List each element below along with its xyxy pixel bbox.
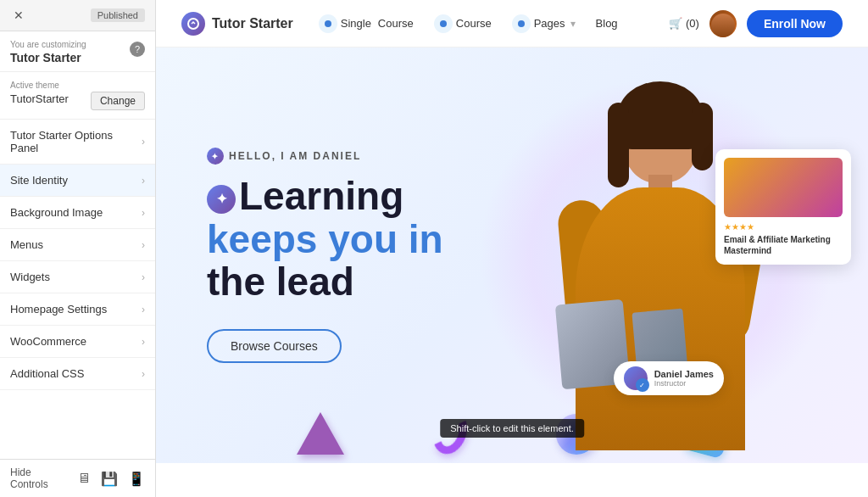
nav-link-pages[interactable]: Pages ▾ (512, 14, 576, 33)
change-theme-button[interactable]: Change (91, 92, 145, 110)
logo-text: Tutor Starter (212, 16, 293, 31)
menu-item-woocommerce[interactable]: WooCommerce › (0, 326, 155, 358)
hero-title: ✦Learning keeps you in the lead (207, 175, 443, 304)
active-theme-label: Active theme (10, 81, 145, 90)
nav-links: Single Course Course Pages ▾ Blog (319, 14, 670, 33)
instructor-title: Instructor (654, 379, 714, 388)
hero-title-icon: ✦ (207, 185, 236, 214)
course-card-title: Email & Affiliate Marketing Mastermind (724, 234, 843, 256)
single-course-icon (319, 14, 337, 33)
chevron-right-icon: › (142, 175, 145, 187)
hello-tag: ✦ HELLO, I AM DANIEL (207, 148, 443, 165)
customizing-label: You are customizing (10, 40, 86, 49)
enroll-now-button[interactable]: Enroll Now (747, 10, 843, 37)
menu-item-additional-css[interactable]: Additional CSS › (0, 358, 155, 390)
hero-section: ✦ HELLO, I AM DANIEL ✦Learning keeps you… (156, 47, 868, 463)
active-theme-name: TutorStarter (10, 92, 69, 105)
close-icon[interactable]: ✕ (10, 7, 27, 24)
menu-item-label: Additional CSS (10, 367, 84, 380)
logo-icon (181, 12, 205, 36)
menu-item-label: Widgets (10, 271, 50, 283)
menu-item-label: WooCommerce (10, 335, 86, 348)
preview-area: Tutor Starter Single Course Course (156, 0, 868, 497)
help-icon[interactable]: ? (130, 42, 145, 57)
hello-icon: ✦ (207, 148, 224, 165)
customizer-menu: Tutor Starter Options Panel › Site Ident… (0, 120, 155, 459)
site-navbar: Tutor Starter Single Course Course (156, 0, 868, 47)
customizing-info: You are customizing Tutor Starter ? (0, 31, 155, 72)
mobile-icon[interactable]: 📱 (128, 471, 145, 487)
course-card-image (724, 158, 843, 217)
menu-item-label: Site Identity (10, 174, 68, 187)
menu-item-homepage-settings[interactable]: Homepage Settings › (0, 293, 155, 326)
nav-link-blog[interactable]: Blog (596, 17, 618, 30)
hero-title-highlight: keeps you in (207, 217, 443, 261)
menu-item-label: Tutor Starter Options Panel (10, 129, 142, 154)
course-card: ★★★★ Email & Affiliate Marketing Masterm… (715, 149, 851, 265)
instructor-name: Daniel James (654, 369, 714, 379)
nav-link-course[interactable]: Course (434, 14, 492, 33)
site-logo: Tutor Starter (181, 12, 293, 36)
published-badge: Published (91, 8, 145, 22)
instructor-badge-icon: ✓ (636, 378, 649, 392)
panel-footer: Hide Controls 🖥 💾 📱 (0, 459, 155, 497)
active-theme-section: Active theme TutorStarter Change (0, 72, 155, 120)
chevron-right-icon: › (142, 336, 145, 348)
course-stars: ★★★★ (724, 222, 843, 232)
customizer-panel: ✕ Published You are customizing Tutor St… (0, 0, 156, 497)
desktop-icon[interactable]: 🖥 (77, 471, 91, 486)
menu-item-site-identity[interactable]: Site Identity › (0, 165, 155, 197)
panel-header: ✕ Published (0, 0, 155, 31)
course-icon (434, 14, 453, 33)
menu-item-label: Background Image (10, 206, 103, 219)
nav-link-single-course[interactable]: Single Course (319, 14, 414, 33)
menu-item-label: Menus (10, 238, 43, 251)
hide-controls-label[interactable]: Hide Controls (10, 466, 67, 490)
menu-item-label: Homepage Settings (10, 303, 107, 316)
pages-dropdown-icon: ▾ (570, 18, 576, 30)
chevron-right-icon: › (142, 271, 145, 283)
cart-icon[interactable]: 🛒 (0) (669, 17, 699, 30)
menu-item-background-image[interactable]: Background Image › (0, 197, 155, 229)
svg-point-2 (440, 20, 447, 27)
browse-courses-button[interactable]: Browse Courses (207, 329, 342, 363)
nav-actions: 🛒 (0) Enroll Now (669, 10, 843, 37)
svg-point-3 (518, 20, 525, 27)
hero-content: ✦ HELLO, I AM DANIEL ✦Learning keeps you… (156, 114, 494, 397)
menu-item-widgets[interactable]: Widgets › (0, 261, 155, 293)
menu-item-tutor-starter-options[interactable]: Tutor Starter Options Panel › (0, 120, 155, 165)
hello-text: HELLO, I AM DANIEL (229, 150, 361, 162)
chevron-right-icon: › (142, 239, 145, 251)
instructor-info: Daniel James Instructor (654, 369, 714, 388)
instructor-card: ✓ Daniel James Instructor (614, 361, 724, 395)
customizing-theme-name: Tutor Starter (10, 51, 86, 64)
hero-title-line3: the lead (207, 260, 354, 304)
chevron-right-icon: › (142, 368, 145, 380)
pages-icon (512, 14, 531, 33)
svg-point-1 (325, 20, 331, 27)
chevron-right-icon: › (142, 136, 145, 148)
svg-point-0 (188, 19, 198, 29)
triangle-shape (297, 412, 344, 455)
menu-item-menus[interactable]: Menus › (0, 229, 155, 261)
user-avatar[interactable] (709, 10, 737, 37)
chevron-right-icon: › (142, 207, 145, 219)
tablet-icon[interactable]: 💾 (101, 471, 118, 487)
chevron-right-icon: › (142, 304, 145, 316)
shift-click-tooltip: Shift-click to edit this element. (440, 419, 584, 438)
